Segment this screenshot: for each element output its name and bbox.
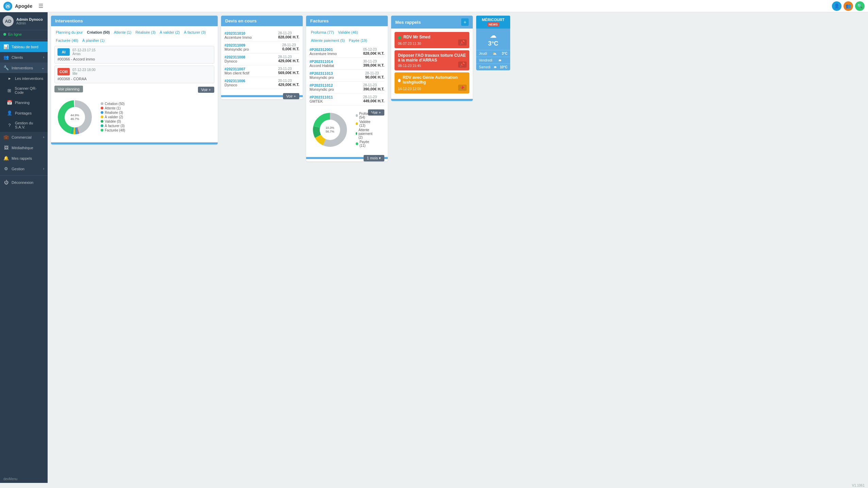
sidebar-divider-1 <box>0 40 48 40</box>
intervention-meta-1: 07-12-23 17:15 Arras <box>72 48 96 56</box>
intervention-badge-ai: AI <box>57 48 70 56</box>
devis-num-1: #202311010 <box>224 31 252 35</box>
facture-right-2: 30-11-23 399,00€ H.T. <box>363 59 384 68</box>
interventions-card-header: Interventions <box>51 16 218 26</box>
interventions-chart-legend: Création (50) Attente (1) Réalisée (3) <box>101 102 125 133</box>
tab-realisee[interactable]: Réalisée (3) <box>134 30 157 35</box>
search-icon-btn[interactable]: 🔍 <box>855 1 865 11</box>
legend-dot-facturee <box>101 129 103 132</box>
weather-day-icon-3: 🌧 <box>494 65 497 69</box>
facture-left-3: #P202311013 Monsyndic pro <box>310 71 334 80</box>
weather-city: MÉRICOURT NEWS <box>476 16 510 29</box>
sidebar-item-planning[interactable]: 📅 Planning <box>0 97 48 108</box>
sidebar-item-clients[interactable]: 👥 Clients › <box>0 52 48 63</box>
add-rappel-button[interactable]: + <box>461 18 469 26</box>
sidebar-item-deconnexion[interactable]: ⏻ Déconnexion <box>0 177 48 188</box>
logout-icon: ⏻ <box>3 180 9 185</box>
app-logo <box>3 2 12 11</box>
tab-a-planifier[interactable]: À planifier (1) <box>81 38 106 43</box>
devis-name-1: Accenture Immo <box>224 35 252 39</box>
rappel-title-1: RDV Mr Smed <box>403 35 430 39</box>
version-bar: V1.1061 <box>0 483 868 488</box>
voir-planning-button[interactable]: Voir planning <box>54 86 83 92</box>
sidebar-item-qrcode[interactable]: ⊞ Scanner QR-Code <box>0 84 48 97</box>
rappel-header-1: RDV Mr Smed <box>398 35 466 40</box>
devis-amount-1: 828,00€ H.T. <box>278 35 299 39</box>
tab-proforma[interactable]: Proforma (77) <box>310 30 335 35</box>
devis-amount-3: 429,00€ H.T. <box>278 59 299 63</box>
user-role: Admin <box>16 21 43 25</box>
legend-proforma: Proforma (54) <box>356 112 374 119</box>
facture-amount-3: 90,00€ H.T. <box>365 75 384 79</box>
devis-amount-5: 429,00€ H.T. <box>278 83 299 87</box>
sidebar-item-commercial[interactable]: 💼 Commercial › <box>0 132 48 142</box>
intervention-header-1: AI 07-12-23 17:15 Arras <box>57 48 211 56</box>
facture-item-5: #P202311011 GMTEK 28-11-23 449,00€ H.T. <box>310 93 384 105</box>
tab-payee[interactable]: Payée (19) <box>348 38 369 43</box>
interventions-chart-area: 44.9% 46.7% Création (50) Attente (1) <box>54 95 214 139</box>
tab-attente[interactable]: Attente (1) <box>113 30 133 35</box>
legend-label-attente: Attente (1) <box>105 106 121 110</box>
tab-planning-jour[interactable]: Planning du jour <box>54 30 84 35</box>
sidebar-item-gestion[interactable]: ⚙ Gestion › <box>0 163 48 174</box>
interventions-submenu: ▸ Les interventions ⊞ Scanner QR-Code 📅 … <box>0 73 48 132</box>
facture-date-3: 28-11-23 <box>365 71 384 75</box>
rappel-item-2: Déposer l'AO travaux toiture CUAE à la m… <box>395 50 469 70</box>
facture-amount-4: 390,00€ H.T. <box>363 87 384 91</box>
facture-donut-label-2: 56.7% <box>326 130 334 133</box>
weather-day-icon-2: 🌧 <box>498 58 502 62</box>
tab-creation[interactable]: Création (50) <box>86 30 111 35</box>
tab-validee[interactable]: Validée (46) <box>337 30 360 35</box>
sidebar-item-interventions[interactable]: 🔧 Interventions ⌄ <box>0 63 48 73</box>
tab-facturee[interactable]: Facturée (48) <box>54 38 80 43</box>
legend-dot-attente-f <box>356 132 357 135</box>
app-title: Apogée <box>15 3 32 9</box>
app-body: AD Admin Dynoco Admin En ligne 📊 Tableau… <box>0 12 868 483</box>
legend-label-validee: Validée (0) <box>105 120 121 123</box>
devis-item-4: #202311007 Mon client fictif 23-11-23 56… <box>224 65 299 77</box>
sidebar-item-pointages[interactable]: 👤 Pointages <box>0 108 48 118</box>
menu-toggle[interactable]: ☰ <box>38 3 43 9</box>
donut-label-2: 46.7% <box>70 117 79 121</box>
rappel-pin-icon-1[interactable]: 📌 <box>458 39 467 46</box>
sidebar-item-sav[interactable]: ? Gestion du S.A.V. <box>0 118 48 132</box>
voir-plus-devis[interactable]: Voir + <box>283 93 299 99</box>
tab-a-valider[interactable]: À valider (2) <box>158 30 181 35</box>
rappel-date-3: 14-12-23 12:00 <box>398 87 466 91</box>
facture-item-4: #P202311012 Monsyndic pro 28-11-23 390,0… <box>310 82 384 93</box>
devis-card-body: #202311010 Accenture Immo 28-11-23 828,0… <box>221 26 303 95</box>
facture-right-5: 28-11-23 449,00€ H.T. <box>363 95 384 103</box>
rappel-pin-icon-3[interactable]: 📌 <box>458 85 467 91</box>
devis-date-3: 28-11-23 <box>278 55 299 59</box>
weather-day-2: Vendredi 🌧 <box>476 57 510 64</box>
voir-plus-button-interventions[interactable]: Voir + <box>198 87 214 93</box>
sav-icon: ? <box>7 123 12 128</box>
legend-validee-f: Validée (13) <box>356 120 374 127</box>
rappels-title: Mes rappels <box>395 20 421 25</box>
tab-attente-paiement[interactable]: Attente paiement (5) <box>310 38 346 43</box>
legend-attente-f: Attente paiement (2) <box>356 128 374 139</box>
rappel-dot-1 <box>398 36 401 39</box>
sidebar-item-les-interventions[interactable]: ▸ Les interventions <box>0 73 48 84</box>
rappel-pin-icon-2[interactable]: 📌 <box>458 62 467 68</box>
facture-name-5: GMTEK <box>310 99 333 103</box>
sidebar-item-rappels[interactable]: 🔔 Mes rappels <box>0 153 48 163</box>
devis-date-1: 28-11-23 <box>278 31 299 35</box>
weather-current-temp: 3°C <box>479 40 507 47</box>
topbar: Apogée ☰ 👤 👥 🔍 <box>0 0 868 12</box>
interventions-tabs-row2: Facturée (48) À planifier (1) <box>54 38 214 43</box>
devmenu: devMenu <box>0 475 48 483</box>
tab-a-facturer[interactable]: À facturer (3) <box>183 30 207 35</box>
chevron-down-icon: ⌄ <box>41 66 44 70</box>
period-filter-button[interactable]: 1 mois ▾ <box>364 155 384 161</box>
sidebar-item-mediatheque[interactable]: 🖼 Médiathèque <box>0 142 48 153</box>
status-dot <box>3 33 6 36</box>
group-icon-btn[interactable]: 👥 <box>844 1 853 11</box>
devis-name-3: Dynoco <box>224 59 245 63</box>
sidebar-item-dashboard[interactable]: 📊 Tableau de bord <box>0 41 48 52</box>
facture-item-2: #P202311014 Accord Habitat 30-11-23 399,… <box>310 58 384 70</box>
legend-payee-f: Payée (11) <box>356 140 374 147</box>
intervention-datetime-1: 07-12-23 17:15 <box>72 48 96 52</box>
logo-icon <box>5 3 11 9</box>
user-icon-btn[interactable]: 👤 <box>832 1 841 11</box>
